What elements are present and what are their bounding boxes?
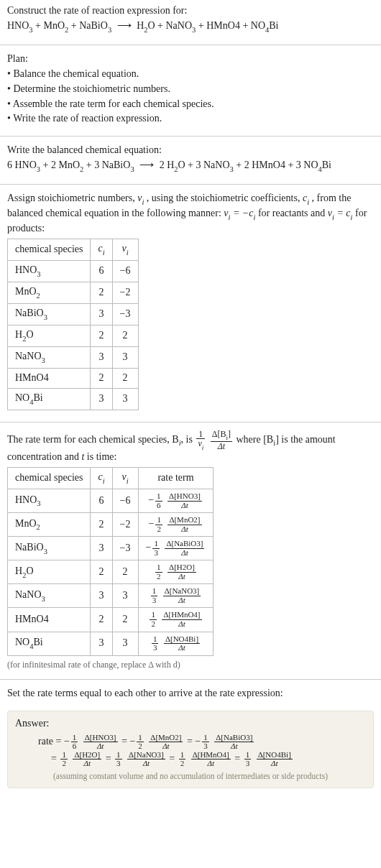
cell-c: 3 xyxy=(91,632,112,655)
eq-lhs: HNO3 + MnO2 + NaBiO3 xyxy=(7,20,111,31)
fraction: Δ[NaBiO3]Δt xyxy=(214,734,254,751)
col-nu: νi xyxy=(112,239,138,261)
denominator: 3 xyxy=(151,596,158,605)
table-row: NaNO333 xyxy=(8,346,139,368)
fraction: 13 xyxy=(202,734,209,751)
cell-rate-term: 13 Δ[NO4Bi]Δt xyxy=(138,632,214,655)
denominator: Δt xyxy=(167,525,201,534)
fraction: 16 xyxy=(155,492,162,509)
fraction: 16 xyxy=(71,734,78,751)
cell-c: 6 xyxy=(91,489,112,512)
cell-nu: 2 xyxy=(112,560,138,584)
rule-products: νi = ci xyxy=(328,208,353,218)
cell-nu: −2 xyxy=(112,513,138,537)
cell-species: NaNO3 xyxy=(8,584,91,608)
numerator: 1 xyxy=(151,587,158,596)
text: is time: xyxy=(87,451,117,462)
fraction: 12 xyxy=(60,751,68,768)
denominator: 2 xyxy=(155,525,162,534)
denominator: 6 xyxy=(155,501,162,510)
cell-rate-term: 13 Δ[NaNO3]Δt xyxy=(138,584,214,608)
table-header-row: chemical species ci νi xyxy=(8,239,139,261)
rule-reactants: νi = −ci xyxy=(224,208,255,218)
answer-title: Answer: xyxy=(15,717,366,731)
denominator: Δt xyxy=(164,643,200,652)
col-species: chemical species xyxy=(8,239,91,261)
cell-nu: 2 xyxy=(112,325,138,346)
cell-nu: −3 xyxy=(112,537,138,560)
denominator: Δt xyxy=(257,759,293,768)
c-i: ci xyxy=(303,193,309,203)
numerator: Δ[H2O] xyxy=(73,751,101,760)
cell-nu: 3 xyxy=(112,632,138,655)
rate-line-1: rate = −16 Δ[HNO3]Δt = −12 Δ[MnO2]Δt = −… xyxy=(38,734,366,751)
text: Assign stoichiometric numbers, xyxy=(7,193,137,203)
plan-title: Plan: xyxy=(7,52,374,66)
table-row: HMnO42212 Δ[HMnO4]Δt xyxy=(8,608,214,632)
rate-term: −13 Δ[NaBiO3]Δt xyxy=(195,736,255,747)
answer-section: Answer: rate = −16 Δ[HNO3]Δt = −12 Δ[MnO… xyxy=(0,706,381,795)
fraction: Δ[NaNO3]Δt xyxy=(163,587,201,604)
rate-term: −12 Δ[MnO2]Δt xyxy=(129,736,184,747)
divider xyxy=(0,679,381,680)
denominator: Δt xyxy=(83,742,118,751)
cell-species: NaBiO3 xyxy=(8,303,91,325)
numerator: 1 xyxy=(244,751,252,760)
numerator: Δ[HNO3] xyxy=(167,492,202,501)
divider xyxy=(0,184,381,185)
table-row: NO4Bi33 xyxy=(8,388,139,410)
cell-species: NaBiO3 xyxy=(8,537,91,560)
cell-c: 3 xyxy=(91,537,112,560)
numerator: 1 xyxy=(150,611,157,619)
table-row: NaBiO33−3 xyxy=(8,303,139,325)
numerator: Δ[MnO2] xyxy=(149,734,183,742)
fraction: 13 xyxy=(151,587,158,604)
rate-term: 12 Δ[HMnO4]Δt xyxy=(178,753,232,764)
rate-line-2: = 12 Δ[H2O]Δt = 13 Δ[NaNO3]Δt = 12 Δ[HMn… xyxy=(38,751,366,768)
cell-species: NO4Bi xyxy=(8,632,91,655)
col-c: ci xyxy=(91,239,112,261)
cell-rate-term: −16 Δ[HNO3]Δt xyxy=(138,489,214,512)
answer-box: Answer: rate = −16 Δ[HNO3]Δt = −12 Δ[MnO… xyxy=(7,711,374,789)
balanced-equation: 6 HNO3 + 2 MnO2 + 3 NaBiO3 ⟶ 2 H2O + 3 N… xyxy=(7,159,374,174)
plan-item: Determine the stoichiometric numbers. xyxy=(7,83,374,96)
plan-list: Balance the chemical equation. Determine… xyxy=(7,68,374,126)
t-var: t xyxy=(81,451,84,462)
stoichiometry-table: chemical species ci νi HNO36−6MnO22−2NaB… xyxy=(7,239,139,410)
problem-statement: Construct the rate of reaction expressio… xyxy=(0,0,381,42)
cell-nu: 2 xyxy=(112,608,138,632)
cell-rate-term: −12 Δ[MnO2]Δt xyxy=(138,513,214,537)
nu-i: νi xyxy=(137,193,144,203)
cell-nu: 3 xyxy=(112,584,138,608)
table-row: HMnO422 xyxy=(8,368,139,388)
denominator: Δt xyxy=(162,619,201,629)
cell-c: 2 xyxy=(91,513,112,537)
fraction: 12 xyxy=(155,563,162,581)
fraction: 1 νi xyxy=(196,430,205,451)
cell-species: HNO3 xyxy=(8,260,91,282)
denominator: 2 xyxy=(150,619,157,629)
fraction: 13 xyxy=(244,751,252,768)
derivative-note: (for infinitesimal rate of change, repla… xyxy=(7,659,374,670)
cell-species: H2O xyxy=(8,325,91,346)
cell-species: HNO3 xyxy=(8,489,91,512)
cell-species: NaNO3 xyxy=(8,346,91,368)
fraction: Δ[MnO2]Δt xyxy=(149,734,183,751)
cell-c: 2 xyxy=(91,368,112,388)
cell-rate-term: 12 Δ[HMnO4]Δt xyxy=(138,608,214,632)
numerator: Δ[HMnO4] xyxy=(191,751,231,760)
numerator: 1 xyxy=(71,734,78,742)
cell-nu: −6 xyxy=(112,489,138,512)
fraction: 12 xyxy=(179,751,186,768)
table-row: H2O2212 Δ[H2O]Δt xyxy=(8,560,214,584)
arrow-icon: ⟶ xyxy=(137,160,157,170)
fraction: 13 xyxy=(152,540,160,557)
rate-term: −16 Δ[HNO3]Δt xyxy=(64,736,119,747)
fraction: 12 xyxy=(150,611,157,628)
numerator: Δ[NaBiO3] xyxy=(214,734,254,742)
denominator: 3 xyxy=(115,759,122,768)
plan-item: Balance the chemical equation. xyxy=(7,68,374,81)
cell-species: HMnO4 xyxy=(8,368,91,388)
numerator: Δ[HMnO4] xyxy=(162,611,201,619)
denominator: 2 xyxy=(60,759,68,768)
